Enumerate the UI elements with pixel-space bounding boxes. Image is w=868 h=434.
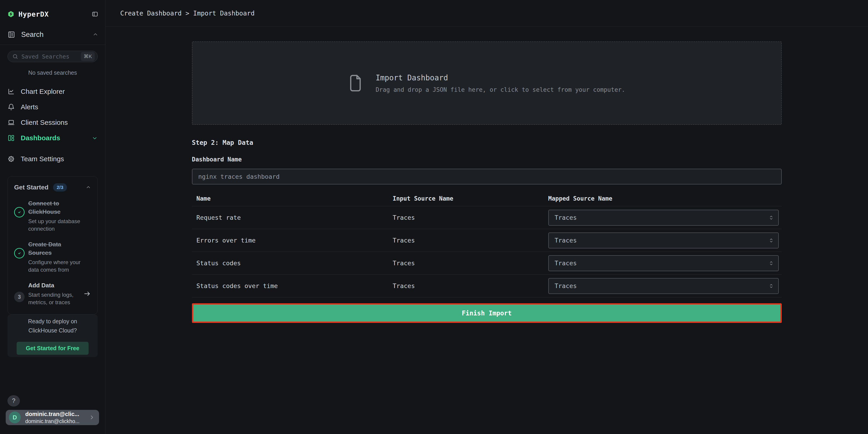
selected-source-value: Traces — [555, 237, 577, 244]
progress-badge: 2/3 — [53, 183, 67, 191]
mapping-table-body: Request rate Traces Traces Errors over t… — [192, 206, 782, 298]
user-name: dominic.tran@clic... — [25, 411, 84, 417]
sidebar-nav: Chart Explorer Alerts — [7, 84, 98, 167]
nav-label: Team Settings — [21, 155, 98, 163]
clickhouse-cloud-promo: Ready to deploy on ClickHouse Cloud? Get… — [7, 314, 98, 357]
promo-text-line2: ClickHouse Cloud? — [28, 326, 77, 335]
chart-name-cell: Status codes over time — [192, 282, 393, 289]
avatar: D — [9, 411, 21, 423]
sidebar-item-dashboards[interactable]: Dashboards — [7, 130, 98, 146]
file-icon — [348, 74, 363, 92]
panel-left-icon — [92, 11, 98, 18]
step-title: Add Data — [28, 281, 83, 290]
column-header-input-source: Input Source Name — [393, 195, 548, 202]
get-started-step-connect[interactable]: Connect to ClickHouse Set up your databa… — [14, 199, 91, 232]
saved-search-icon — [7, 31, 15, 38]
sidebar-item-chart-explorer[interactable]: Chart Explorer — [7, 84, 98, 99]
laptop-icon — [7, 119, 15, 126]
select-chevrons-icon — [768, 283, 774, 289]
brand-name: HyperDX — [19, 10, 87, 18]
check-circle-icon — [14, 248, 25, 258]
mapped-source-select[interactable]: Traces — [548, 210, 779, 226]
get-started-step-sources[interactable]: Create Data Sources Configure where your… — [14, 240, 91, 274]
sidebar-header: HyperDX Search — [0, 0, 105, 45]
selected-source-value: Traces — [555, 214, 577, 221]
chevron-down-icon — [92, 135, 98, 141]
chart-name-cell: Errors over time — [192, 237, 393, 244]
input-source-cell: Traces — [393, 214, 548, 221]
step-desc: Start sending logs, metrics, or traces — [28, 291, 83, 306]
sidebar-item-client-sessions[interactable]: Client Sessions — [7, 115, 98, 130]
dashboard-grid-icon — [7, 134, 15, 142]
gear-icon — [7, 155, 15, 162]
no-saved-searches-text: No saved searches — [7, 69, 98, 76]
topbar: Create Dashboard > Import Dashboard — [105, 0, 868, 27]
column-header-mapped-source: Mapped Source Name — [548, 195, 782, 202]
step-title: Connect to ClickHouse — [28, 199, 83, 216]
mapped-source-select[interactable]: Traces — [548, 232, 779, 248]
sidebar-item-search[interactable]: Search — [7, 30, 98, 40]
arrow-right-icon — [83, 290, 91, 298]
select-chevrons-icon — [768, 260, 774, 266]
sidebar-item-alerts[interactable]: Alerts — [7, 99, 98, 115]
get-started-title: Get Started — [14, 184, 49, 191]
select-chevrons-icon — [768, 238, 774, 243]
selected-source-value: Traces — [555, 259, 577, 267]
user-menu[interactable]: D dominic.tran@clic... dominic.tran@clic… — [6, 410, 99, 425]
mapping-table-header: Name Input Source Name Mapped Source Nam… — [192, 191, 782, 206]
dashboard-name-label: Dashboard Name — [192, 156, 782, 163]
chart-name-cell: Status codes — [192, 259, 393, 267]
table-row: Status codes Traces Traces — [192, 252, 782, 275]
nav-label: Client Sessions — [21, 119, 98, 126]
search-icon — [12, 54, 18, 59]
check-circle-icon — [14, 207, 25, 217]
chevron-up-icon — [86, 185, 91, 190]
import-content: Import Dashboard Drag and drop a JSON fi… — [192, 27, 782, 323]
select-chevrons-icon — [768, 215, 774, 221]
nav-label: Chart Explorer — [21, 88, 98, 95]
nav-label: Alerts — [21, 103, 98, 111]
sidebar: HyperDX Search — [0, 0, 105, 434]
json-dropzone[interactable]: Import Dashboard Drag and drop a JSON fi… — [192, 41, 782, 125]
mapping-table: Name Input Source Name Mapped Source Nam… — [192, 191, 782, 298]
mapped-source-select[interactable]: Traces — [548, 278, 779, 294]
dropzone-title: Import Dashboard — [376, 73, 625, 82]
mapped-source-select[interactable]: Traces — [548, 255, 779, 271]
chart-line-icon — [7, 88, 15, 95]
saved-searches-input-wrap[interactable]: ⌘K — [7, 51, 98, 62]
chevron-right-icon — [89, 414, 95, 421]
step-number-badge: 3 — [14, 292, 25, 302]
get-started-header[interactable]: Get Started 2/3 — [14, 183, 91, 191]
hyperdx-logo-icon — [7, 11, 14, 18]
get-started-card: Get Started 2/3 Connect to ClickHouse — [7, 176, 98, 314]
dropzone-subtitle: Drag and drop a JSON file here, or click… — [376, 86, 625, 93]
main-area: Create Dashboard > Import Dashboard Impo… — [105, 0, 868, 434]
get-started-free-button[interactable]: Get Started for Free — [17, 342, 89, 355]
input-source-cell: Traces — [393, 237, 548, 244]
chart-name-cell: Request rate — [192, 214, 393, 221]
input-source-cell: Traces — [393, 259, 548, 267]
saved-searches-input[interactable] — [22, 53, 78, 60]
step-label: Step 2: Map Data — [192, 139, 782, 147]
dashboard-name-input[interactable] — [192, 169, 782, 184]
get-started-step-add-data[interactable]: 3 Add Data Start sending logs, metrics, … — [14, 281, 91, 306]
finish-import-button[interactable]: Finish Import — [192, 303, 782, 323]
nav-label: Dashboards — [21, 134, 86, 142]
bell-icon — [7, 103, 15, 111]
input-source-cell: Traces — [393, 282, 548, 289]
selected-source-value: Traces — [555, 282, 577, 289]
table-row: Request rate Traces Traces — [192, 206, 782, 229]
app-root: HyperDX Search — [0, 0, 868, 434]
help-button[interactable]: ? — [7, 395, 20, 406]
breadcrumb[interactable]: Create Dashboard > Import Dashboard — [120, 9, 255, 17]
sidebar-collapse-button[interactable] — [92, 11, 98, 18]
table-row: Status codes over time Traces Traces — [192, 275, 782, 298]
sidebar-item-team-settings[interactable]: Team Settings — [7, 151, 98, 167]
column-header-name: Name — [192, 195, 393, 202]
step-title: Create Data Sources — [28, 240, 83, 257]
shortcut-badge: ⌘K — [81, 52, 95, 61]
search-section-label: Search — [21, 31, 87, 39]
step-desc: Configure where your data comes from — [28, 258, 83, 274]
user-email: dominic.tran@clickho... — [25, 418, 84, 424]
table-row: Errors over time Traces Traces — [192, 229, 782, 252]
